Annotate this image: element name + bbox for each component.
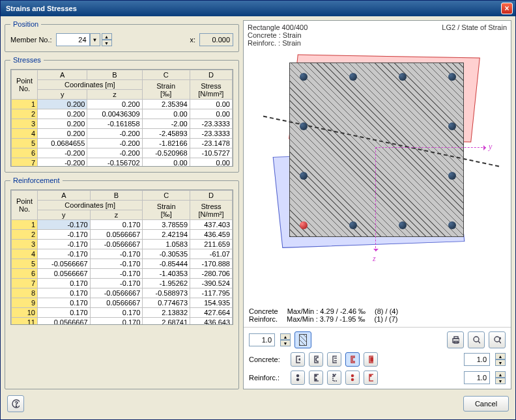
question-icon [12,399,20,408]
rebar-dot [300,73,308,81]
hatch-icon [299,334,307,346]
zoom-button[interactable] [468,331,485,348]
spin-down-icon[interactable]: ▼ [495,378,506,384]
square-dot-icon [295,355,300,364]
global-scale-input[interactable] [249,333,275,346]
printer-icon [452,335,459,344]
svg-point-5 [494,337,500,342]
spin-down-icon[interactable]: ▼ [495,359,506,366]
svg-point-22 [297,379,299,381]
reinforc-mode-2-button[interactable] [309,371,323,385]
table-row[interactable]: 50.0684655-0.200-1.82166-23.1478 [12,139,233,148]
axis-z-label: z [373,254,376,264]
table-row[interactable]: 2-0.1700.05666672.42194436.459 [12,230,233,240]
window-title: Strains and Stresses [6,5,77,12]
svg-point-25 [315,375,317,376]
rebar-dot-selected [300,221,308,229]
dots4-box-icon [313,373,319,382]
rebar-dot [399,221,407,229]
square-red-fill-icon [368,355,373,364]
square-lines-icon [332,355,337,364]
concrete-mode-3-button[interactable] [327,352,341,367]
reinforc-mode-3-button[interactable] [327,371,341,385]
reinforcement-legend: Reinforcement [10,176,63,184]
stresses-legend: Stresses [10,56,44,64]
table-row[interactable]: 3-0.170-0.05666671.0583211.659 [12,240,233,249]
reinforc-scale-input[interactable] [464,371,490,384]
concrete-ctrl-label: Concrete: [249,356,287,363]
table-row[interactable]: 40.200-0.200-2.45893-23.3333 [12,129,233,139]
rebar-dot [448,122,456,130]
table-row[interactable]: 4-0.170-0.170-0.30535-61.07 [12,249,233,259]
dialog-strains-stresses: Strains and Stresses × Position Member N… [0,0,516,420]
member-no-dropdown-icon[interactable]: ▼ [90,33,100,46]
reinforc-mode-4-button[interactable] [345,371,360,385]
table-row[interactable]: 80.170-0.0566667-0.588973-117.795 [12,288,233,298]
svg-point-10 [299,359,300,360]
member-no-spin-down-icon[interactable]: ▼ [102,40,112,46]
reinforc-ctrl-label: Reinforc.: [249,374,287,382]
stresses-group: Stresses PointNo. A B C D [5,56,239,173]
reinforc-mode-5-button[interactable] [364,371,378,385]
svg-rect-19 [371,357,373,361]
table-row[interactable]: 100.1700.1702.13832427.664 [12,308,233,318]
axis-y-label: y [489,142,492,152]
svg-point-3 [474,337,479,342]
dots4-dash-icon [332,373,337,382]
table-row[interactable]: 90.1700.05666670.774673154.935 [12,298,233,308]
svg-line-6 [499,341,501,344]
position-legend: Position [10,20,41,28]
stresses-table[interactable]: PointNo. A B C D Coordinates [m] Strain[… [11,70,233,167]
table-row[interactable]: 110.05666670.1702.68741436.643 [12,318,233,326]
zoom-reset-button[interactable] [489,331,506,348]
member-no-spin-up-icon[interactable]: ▲ [102,33,112,40]
table-row[interactable]: 6-0.200-0.200-0.520968-10.5727 [12,148,233,158]
square-red-outline-icon [350,355,355,364]
concrete-mode-4-button[interactable] [345,352,360,367]
spin-up-icon[interactable]: ▲ [280,333,291,340]
svg-rect-1 [454,337,458,339]
preview-canvas[interactable]: y z [248,49,507,306]
table-row[interactable]: 5-0.0566667-0.170-0.85444-170.888 [12,259,233,269]
svg-rect-13 [333,356,337,363]
cross-section-icon [289,63,464,237]
reinforc-mode-1-button[interactable] [291,371,305,385]
magnifier-icon [472,335,480,344]
cancel-button[interactable]: Cancel [463,396,509,412]
reinforcement-group: Reinforcement PointNo. A B C D [5,176,239,389]
table-row[interactable]: 7-0.200-0.1567020.000.00 [12,158,233,167]
hatch-toggle-button[interactable] [294,331,311,348]
spin-down-icon[interactable]: ▼ [280,340,291,346]
titlebar[interactable]: Strains and Stresses × [1,1,515,16]
spin-up-icon[interactable]: ▲ [495,371,506,378]
svg-point-34 [352,379,354,381]
svg-point-37 [370,375,371,376]
help-button[interactable] [7,395,24,412]
print-button[interactable] [447,331,464,348]
svg-point-20 [297,375,299,377]
table-row[interactable]: 20.2000.004363090.000.00 [12,109,233,119]
x-label: x: [190,36,195,44]
table-row[interactable]: 30.200-0.161858-2.00-23.3333 [12,119,233,129]
svg-point-32 [352,375,354,377]
rebar-dot [448,221,456,229]
concrete-mode-1-button[interactable] [291,352,305,367]
concrete-scale-input[interactable] [464,353,490,366]
concrete-mode-5-button[interactable] [364,352,378,367]
rebar-dot [300,172,308,180]
concrete-mode-2-button[interactable] [309,352,323,367]
reinforcement-table[interactable]: PointNo. A B C D Coordinates [m] Strain[… [11,190,233,325]
table-row[interactable]: 70.170-0.170-1.95262-390.524 [12,279,233,288]
member-no-input[interactable] [56,33,90,46]
table-row[interactable]: 60.0566667-0.170-1.40353-280.706 [12,269,233,279]
spin-up-icon[interactable]: ▲ [495,353,506,359]
table-row[interactable]: 1-0.1700.1703.78559437.403 [12,220,233,230]
table-row[interactable]: 10.2000.2002.353940.00 [12,100,233,109]
member-no-label: Member No.: [10,36,52,44]
svg-line-4 [478,341,480,344]
preview-panel: Rectangle 400/400 Concrete : Strain Rein… [243,20,511,389]
close-icon[interactable]: × [501,3,513,14]
x-input [199,33,233,46]
dots4-icon [295,373,300,382]
preview-line1: Concrete : Strain [248,31,308,39]
